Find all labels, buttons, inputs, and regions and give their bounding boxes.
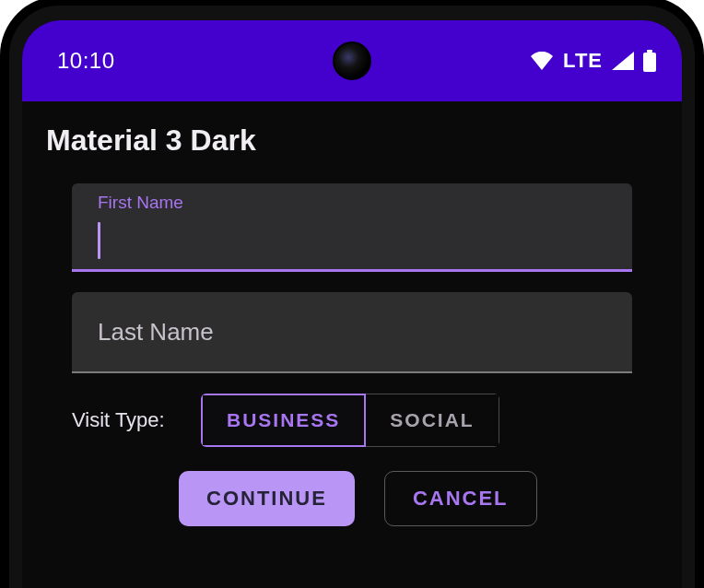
visit-type-label: Visit Type: [72,408,201,432]
status-right: LTE [530,49,656,73]
text-caret [98,222,100,259]
phone-bezel: 10:10 LTE Material 3 Dark [9,6,695,588]
cancel-button[interactable]: Cancel [384,471,537,526]
wifi-icon [530,52,554,70]
svg-rect-1 [643,53,656,72]
battery-icon [643,50,656,72]
network-label: LTE [563,49,603,73]
last-name-input[interactable] [72,292,632,371]
action-row: Continue Cancel [72,471,632,526]
visit-type-toggle[interactable]: Business Social [201,394,499,447]
page-title: Material 3 Dark [46,101,658,183]
continue-button[interactable]: Continue [179,471,355,526]
visit-type-option-business[interactable]: Business [201,394,366,447]
visit-type-row: Visit Type: Business Social [72,394,632,447]
phone-frame: 10:10 LTE Material 3 Dark [4,0,700,588]
screen: 10:10 LTE Material 3 Dark [22,20,682,588]
visit-type-option-social[interactable]: Social [366,394,499,447]
front-camera [333,41,371,80]
cell-signal-icon [612,52,634,70]
content-area: Material 3 Dark First Name Visit Typ [22,101,682,526]
first-name-label: First Name [98,193,183,213]
svg-rect-0 [647,50,652,53]
form: First Name Visit Type: Business Social [46,183,658,526]
first-name-field[interactable]: First Name [72,183,632,272]
status-bar: 10:10 LTE [22,20,682,101]
phone-side-button [700,147,704,221]
last-name-field[interactable] [72,292,632,373]
status-clock: 10:10 [57,48,115,74]
